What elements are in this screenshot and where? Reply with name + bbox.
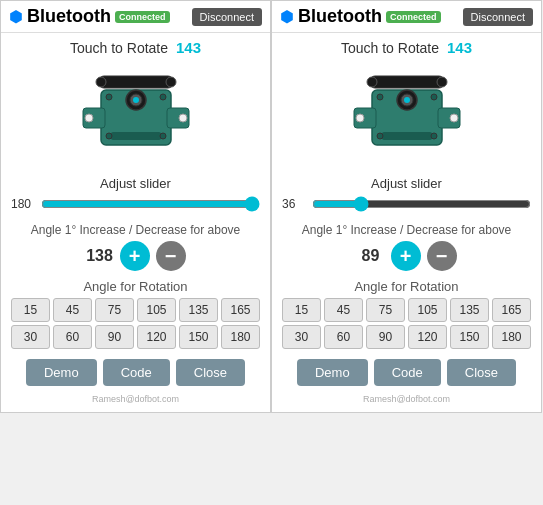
bluetooth-icon: ⬢ bbox=[9, 7, 23, 26]
angle-rotation-label: Angle for Rotation bbox=[11, 279, 260, 294]
angle-increase-value: 89 bbox=[357, 247, 385, 265]
touch-rotate-label: Touch to Rotate bbox=[70, 40, 168, 56]
angle-increase-value: 138 bbox=[86, 247, 114, 265]
angle-cell[interactable]: 105 bbox=[408, 298, 447, 322]
angle-grid: 15 45 75 105 135 165 30 60 bbox=[282, 298, 531, 349]
panel-body: Touch to Rotate 143 bbox=[1, 33, 270, 412]
angle-cell[interactable]: 75 bbox=[366, 298, 405, 322]
angle-rotation-section: Angle for Rotation 15 45 75 105 135 165 bbox=[282, 279, 531, 349]
angle-cell[interactable]: 150 bbox=[450, 325, 489, 349]
angle-cell[interactable]: 15 bbox=[282, 298, 321, 322]
disconnect-button[interactable]: Disconnect bbox=[463, 8, 533, 26]
angle-cell[interactable]: 120 bbox=[137, 325, 176, 349]
svg-point-9 bbox=[166, 77, 176, 87]
angle-cell[interactable]: 135 bbox=[450, 298, 489, 322]
rotate-value: 143 bbox=[447, 39, 472, 56]
svg-point-26 bbox=[404, 97, 410, 103]
svg-point-30 bbox=[377, 133, 383, 139]
angle-cell[interactable]: 135 bbox=[179, 298, 218, 322]
angle-cell[interactable]: 45 bbox=[324, 298, 363, 322]
header-left: ⬢ Bluetooth Connected bbox=[9, 6, 170, 27]
svg-point-18 bbox=[356, 114, 364, 122]
panel-header: ⬢ Bluetooth Connected Disconnect bbox=[272, 1, 541, 33]
svg-point-12 bbox=[106, 94, 112, 100]
bluetooth-icon: ⬢ bbox=[280, 7, 294, 26]
rotate-value: 143 bbox=[176, 39, 201, 56]
angle-cell[interactable]: 165 bbox=[492, 298, 531, 322]
angle-cell[interactable]: 105 bbox=[137, 298, 176, 322]
adjust-slider-label: Adjust slider bbox=[371, 176, 442, 191]
svg-rect-27 bbox=[382, 132, 432, 140]
svg-point-8 bbox=[96, 77, 106, 87]
angle-rotation-section: Angle for Rotation 15 45 75 105 135 165 bbox=[11, 279, 260, 349]
angle-slider[interactable] bbox=[41, 195, 260, 213]
demo-button[interactable]: Demo bbox=[26, 359, 97, 386]
code-button[interactable]: Code bbox=[103, 359, 170, 386]
panel-2: ⬢ Bluetooth Connected Disconnect Touch t… bbox=[271, 0, 542, 413]
footer-credit: Ramesh@dofbot.com bbox=[363, 394, 450, 408]
angle-cell[interactable]: 90 bbox=[366, 325, 405, 349]
svg-point-29 bbox=[431, 94, 437, 100]
angle-increase-row: 89 + − bbox=[282, 241, 531, 271]
angle-slider[interactable] bbox=[312, 195, 531, 213]
slider-row: 36 bbox=[282, 195, 531, 213]
angle-cell[interactable]: 180 bbox=[492, 325, 531, 349]
svg-point-2 bbox=[85, 114, 93, 122]
increase-button[interactable]: + bbox=[391, 241, 421, 271]
svg-point-25 bbox=[437, 77, 447, 87]
footer-credit: Ramesh@dofbot.com bbox=[92, 394, 179, 408]
angle-increase-section: Angle 1° Increase / Decrease for above 1… bbox=[11, 223, 260, 271]
svg-point-24 bbox=[367, 77, 377, 87]
angle-cell[interactable]: 120 bbox=[408, 325, 447, 349]
angle-cell[interactable]: 90 bbox=[95, 325, 134, 349]
slider-row: 180 bbox=[11, 195, 260, 213]
decrease-button[interactable]: − bbox=[156, 241, 186, 271]
increase-button[interactable]: + bbox=[120, 241, 150, 271]
panel-body: Touch to Rotate 143 bbox=[272, 33, 541, 412]
slider-min-value: 180 bbox=[11, 197, 35, 211]
touch-rotate-label: Touch to Rotate bbox=[341, 40, 439, 56]
angle-cell[interactable]: 60 bbox=[53, 325, 92, 349]
disconnect-button[interactable]: Disconnect bbox=[192, 8, 262, 26]
svg-point-20 bbox=[450, 114, 458, 122]
header-left: ⬢ Bluetooth Connected bbox=[280, 6, 441, 27]
code-button[interactable]: Code bbox=[374, 359, 441, 386]
svg-rect-23 bbox=[370, 76, 444, 88]
angle-increase-label: Angle 1° Increase / Decrease for above bbox=[11, 223, 260, 237]
servo-image bbox=[342, 60, 472, 170]
angle-cell[interactable]: 180 bbox=[221, 325, 260, 349]
svg-point-28 bbox=[377, 94, 383, 100]
close-button[interactable]: Close bbox=[176, 359, 245, 386]
svg-rect-11 bbox=[111, 132, 161, 140]
angle-cell[interactable]: 150 bbox=[179, 325, 218, 349]
svg-rect-7 bbox=[99, 76, 173, 88]
decrease-button[interactable]: − bbox=[427, 241, 457, 271]
svg-point-13 bbox=[160, 94, 166, 100]
adjust-slider-label: Adjust slider bbox=[100, 176, 171, 191]
angle-increase-row: 138 + − bbox=[11, 241, 260, 271]
angle-cell[interactable]: 60 bbox=[324, 325, 363, 349]
touch-rotate-row: Touch to Rotate 143 bbox=[341, 39, 472, 56]
angle-cell[interactable]: 45 bbox=[53, 298, 92, 322]
close-button[interactable]: Close bbox=[447, 359, 516, 386]
bluetooth-title: Bluetooth bbox=[27, 6, 111, 27]
angle-cell[interactable]: 15 bbox=[11, 298, 50, 322]
touch-rotate-row: Touch to Rotate 143 bbox=[70, 39, 201, 56]
angle-increase-section: Angle 1° Increase / Decrease for above 8… bbox=[282, 223, 531, 271]
panel-1: ⬢ Bluetooth Connected Disconnect Touch t… bbox=[0, 0, 271, 413]
svg-point-10 bbox=[133, 97, 139, 103]
svg-point-14 bbox=[106, 133, 112, 139]
svg-point-31 bbox=[431, 133, 437, 139]
connected-badge: Connected bbox=[386, 11, 441, 23]
demo-button[interactable]: Demo bbox=[297, 359, 368, 386]
angle-rotation-label: Angle for Rotation bbox=[282, 279, 531, 294]
panels-container: ⬢ Bluetooth Connected Disconnect Touch t… bbox=[0, 0, 543, 413]
angle-cell[interactable]: 30 bbox=[11, 325, 50, 349]
servo-svg bbox=[342, 60, 472, 170]
servo-image bbox=[71, 60, 201, 170]
angle-cell[interactable]: 75 bbox=[95, 298, 134, 322]
angle-cell[interactable]: 30 bbox=[282, 325, 321, 349]
bluetooth-title: Bluetooth bbox=[298, 6, 382, 27]
angle-cell[interactable]: 165 bbox=[221, 298, 260, 322]
connected-badge: Connected bbox=[115, 11, 170, 23]
